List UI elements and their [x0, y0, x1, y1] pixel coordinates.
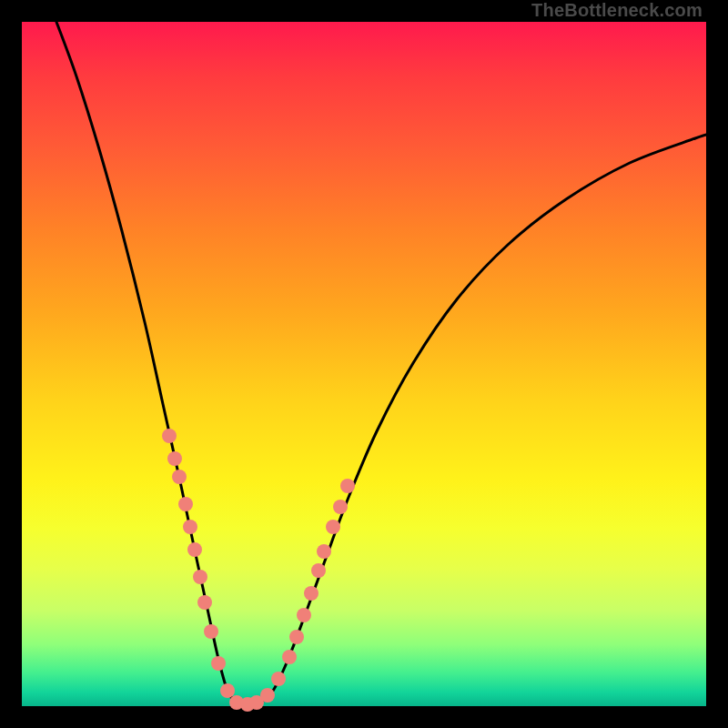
data-dot — [187, 542, 202, 557]
data-dot — [260, 688, 275, 703]
data-dots — [162, 429, 355, 712]
watermark-text: TheBottleneck.com — [531, 0, 703, 21]
data-dot — [197, 595, 212, 610]
chart-frame: TheBottleneck.com — [0, 0, 728, 728]
data-dot — [183, 520, 197, 534]
data-dot — [317, 544, 331, 559]
data-dot — [304, 586, 318, 601]
data-dot — [178, 497, 193, 511]
plot-area — [22, 22, 706, 706]
data-dot — [220, 683, 235, 698]
data-dot — [297, 608, 311, 622]
data-dot — [311, 563, 326, 578]
data-dot — [289, 630, 304, 644]
data-dot — [326, 520, 340, 534]
data-dot — [333, 500, 348, 514]
data-dot — [167, 451, 182, 466]
curve-svg — [22, 22, 706, 706]
data-dot — [172, 470, 187, 484]
data-dot — [271, 672, 286, 686]
bottleneck-curve — [56, 22, 706, 704]
data-dot — [204, 624, 218, 639]
data-dot — [162, 429, 177, 443]
data-dot — [282, 650, 297, 664]
data-dot — [211, 656, 226, 671]
data-dot — [340, 479, 355, 493]
data-dot — [193, 570, 207, 584]
